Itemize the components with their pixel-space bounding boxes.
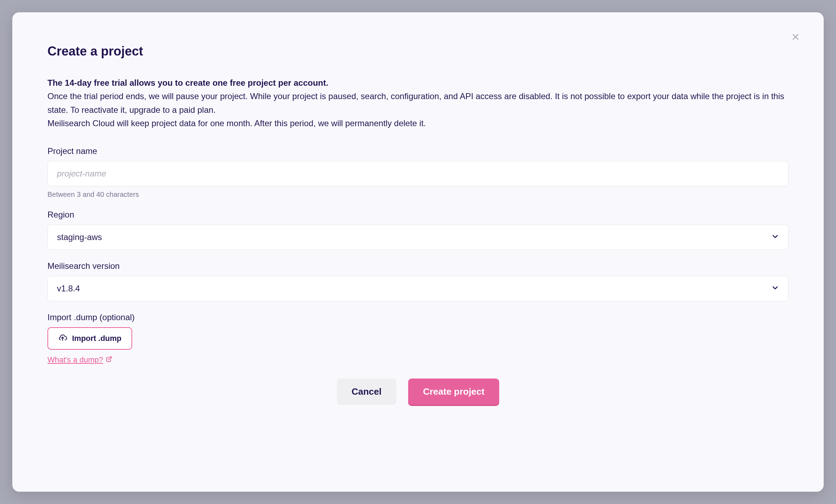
- modal-footer: Cancel Create project: [47, 379, 789, 405]
- region-select[interactable]: staging-aws: [47, 225, 789, 250]
- description-line-2: Once the trial period ends, we will paus…: [47, 90, 789, 117]
- project-name-input[interactable]: [47, 161, 789, 186]
- version-field-group: Meilisearch version v1.8.4: [47, 261, 789, 301]
- region-field-group: Region staging-aws: [47, 210, 789, 250]
- region-label: Region: [47, 210, 789, 220]
- import-dump-button-label: Import .dump: [72, 334, 122, 343]
- import-dump-label: Import .dump (optional): [47, 312, 789, 322]
- version-select[interactable]: v1.8.4: [47, 276, 789, 301]
- cancel-button[interactable]: Cancel: [337, 379, 396, 405]
- modal-description: The 14-day free trial allows you to crea…: [47, 76, 789, 130]
- whats-a-dump-link[interactable]: What's a dump?: [47, 355, 112, 364]
- cloud-upload-icon: [58, 333, 67, 344]
- project-name-label: Project name: [47, 146, 789, 156]
- description-line-1: The 14-day free trial allows you to crea…: [47, 76, 789, 90]
- create-project-modal: Create a project The 14-day free trial a…: [12, 12, 824, 492]
- description-line-3: Meilisearch Cloud will keep project data…: [47, 117, 789, 130]
- create-project-button[interactable]: Create project: [408, 379, 499, 405]
- whats-a-dump-label: What's a dump?: [47, 355, 103, 364]
- svg-line-3: [109, 357, 111, 360]
- project-name-helper: Between 3 and 40 characters: [47, 190, 789, 199]
- modal-title: Create a project: [47, 44, 789, 59]
- external-link-icon: [106, 355, 112, 364]
- version-label: Meilisearch version: [47, 261, 789, 271]
- close-icon: [791, 37, 800, 42]
- import-dump-button[interactable]: Import .dump: [47, 327, 132, 350]
- project-name-field-group: Project name Between 3 and 40 characters: [47, 146, 789, 199]
- import-dump-field-group: Import .dump (optional) Import .dump Wha…: [47, 312, 789, 364]
- close-button[interactable]: [789, 30, 803, 45]
